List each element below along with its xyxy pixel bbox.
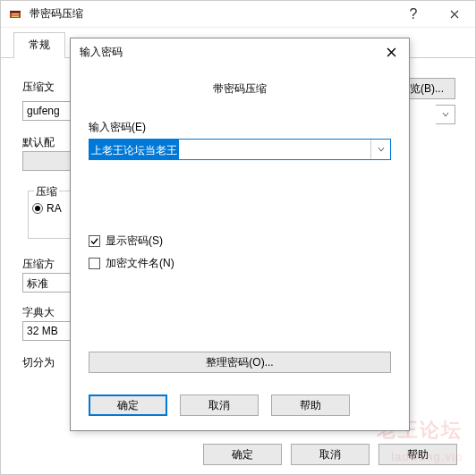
dialog-section-title: 带密码压缩 [71, 81, 409, 97]
default-profile-button[interactable] [22, 151, 71, 171]
archive-name-field[interactable]: gufeng [22, 101, 71, 121]
dialog-ok-button[interactable]: 确定 [89, 394, 167, 416]
password-combobox[interactable]: 上老王论坛当老王 [89, 139, 391, 160]
main-ok-button[interactable]: 确定 [203, 444, 282, 465]
dialog-cancel-button[interactable]: 取消 [180, 394, 259, 416]
show-password-checkbox[interactable] [89, 235, 100, 247]
encrypt-names-checkbox[interactable] [89, 258, 100, 269]
window-title: 带密码压缩 [30, 6, 393, 21]
method-select[interactable]: 标准 [22, 273, 71, 293]
format-fieldset: 压缩 RA [28, 191, 71, 239]
svg-rect-3 [12, 15, 19, 17]
archive-format-dropdown-arrow[interactable] [436, 105, 455, 124]
method-label: 压缩方 [22, 257, 55, 272]
encrypt-names-label: 加密文件名(N) [106, 256, 174, 271]
format-legend: 压缩 [34, 184, 59, 199]
split-label: 切分为 [22, 355, 55, 370]
password-label: 输入密码(E) [89, 120, 391, 135]
dialog-titlebar: 输入密码 [71, 38, 409, 65]
tab-general[interactable]: 常规 [13, 32, 65, 57]
main-cancel-button[interactable]: 取消 [291, 444, 370, 465]
dict-select[interactable]: 32 MB [22, 321, 71, 341]
help-button[interactable]: ? [393, 1, 434, 27]
svg-rect-2 [12, 13, 19, 15]
dialog-close-button[interactable] [382, 43, 400, 61]
radio-rar[interactable] [32, 203, 43, 214]
dialog-title-text: 输入密码 [80, 45, 382, 60]
titlebar: 带密码压缩 ? [1, 1, 475, 28]
show-password-label: 显示密码(S) [106, 233, 163, 249]
svg-rect-1 [10, 11, 21, 13]
password-dialog: 输入密码 带密码压缩 输入密码(E) 上老王论坛当老王 显示密码(S) [70, 38, 410, 431]
app-icon [6, 5, 24, 23]
close-button[interactable] [434, 1, 475, 27]
password-dropdown-arrow[interactable] [370, 140, 390, 159]
archive-name-label: 压缩文 [22, 81, 55, 92]
dialog-help-button[interactable]: 帮助 [271, 394, 350, 416]
radio-rar-label: RA [47, 202, 62, 215]
default-profile-label: 默认配 [22, 135, 55, 150]
main-help-button[interactable]: 帮助 [378, 444, 457, 465]
dict-label: 字典大 [22, 305, 55, 320]
password-input-value[interactable]: 上老王论坛当老王 [89, 140, 179, 159]
organize-passwords-button[interactable]: 整理密码(O)... [89, 352, 391, 373]
